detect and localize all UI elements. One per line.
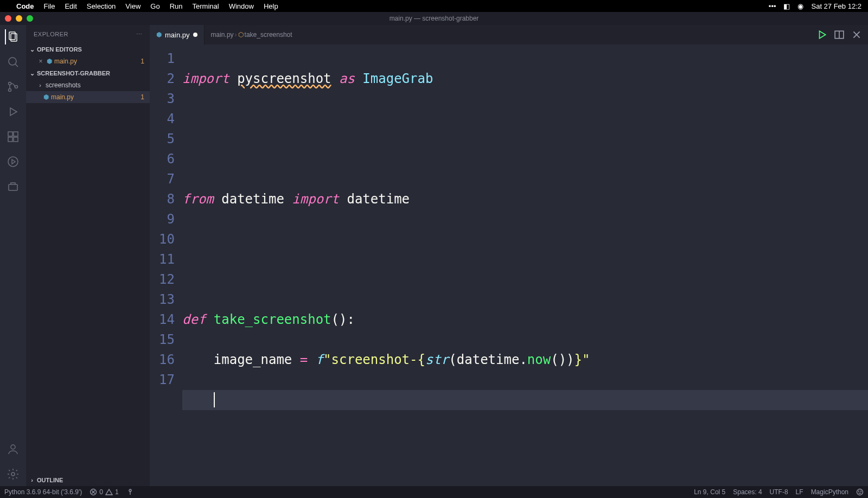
svg-point-15 bbox=[11, 445, 15, 449]
svg-rect-0 bbox=[9, 32, 15, 40]
tab-bar: ⬢ main.py main.py › ⬡ take_screenshot bbox=[150, 25, 868, 44]
activity-bar bbox=[0, 25, 26, 486]
svg-point-4 bbox=[9, 82, 11, 85]
menubar-datetime[interactable]: Sat 27 Feb 12:2 bbox=[811, 2, 861, 10]
folder-item[interactable]: › screenshots bbox=[26, 79, 150, 91]
language-mode[interactable]: MagicPython bbox=[811, 488, 848, 496]
split-editor-icon[interactable] bbox=[834, 30, 844, 40]
maximize-window-button[interactable] bbox=[27, 15, 33, 22]
traffic-lights bbox=[5, 15, 33, 22]
svg-rect-8 bbox=[8, 132, 12, 136]
open-editor-item[interactable]: × ⬢ main.py 1 bbox=[26, 55, 150, 67]
svg-rect-10 bbox=[8, 137, 12, 142]
python-interpreter[interactable]: Python 3.6.9 64-bit ('3.6.9') bbox=[4, 488, 82, 496]
problems-indicator[interactable]: 0 1 bbox=[90, 488, 118, 496]
menu-window[interactable]: Window bbox=[229, 2, 254, 10]
svg-point-16 bbox=[11, 473, 15, 476]
file-name: main.py bbox=[51, 93, 74, 101]
python-file-icon: ⬢ bbox=[156, 31, 162, 39]
modified-badge: 1 bbox=[141, 58, 150, 65]
chevron-right-icon: › bbox=[37, 82, 43, 88]
svg-line-3 bbox=[15, 64, 18, 67]
status-icon-2[interactable]: ◉ bbox=[797, 2, 803, 10]
breadcrumb-symbol: take_screenshot bbox=[245, 31, 292, 39]
minimize-window-button[interactable] bbox=[16, 15, 22, 22]
code-content[interactable]: import pyscreenshot as ImageGrab from da… bbox=[182, 44, 868, 486]
outline-label: OUTLINE bbox=[37, 477, 63, 483]
sidebar-more-icon[interactable]: ⋯ bbox=[136, 31, 143, 38]
svg-rect-1 bbox=[11, 34, 17, 41]
menu-go[interactable]: Go bbox=[150, 2, 159, 10]
folder-name: screenshots bbox=[46, 81, 81, 89]
menu-selection[interactable]: Selection bbox=[87, 2, 116, 10]
status-bar: Python 3.6.9 64-bit ('3.6.9') 0 1 Ln 9, … bbox=[0, 486, 868, 498]
close-window-button[interactable] bbox=[5, 15, 11, 22]
modified-badge: 1 bbox=[141, 93, 150, 101]
menu-help[interactable]: Help bbox=[264, 2, 278, 10]
open-editor-filename: main.py bbox=[54, 58, 77, 65]
svg-point-12 bbox=[8, 157, 18, 167]
indentation[interactable]: Spaces: 4 bbox=[733, 488, 762, 496]
menu-file[interactable]: File bbox=[44, 2, 55, 10]
window-titlebar: main.py — screenshot-grabber bbox=[0, 12, 868, 25]
svg-point-25 bbox=[129, 489, 131, 491]
svg-rect-11 bbox=[14, 137, 18, 142]
eol[interactable]: LF bbox=[796, 488, 803, 496]
modified-dot-icon bbox=[193, 33, 197, 37]
svg-marker-17 bbox=[820, 31, 826, 39]
svg-point-2 bbox=[9, 58, 16, 65]
tab-filename: main.py bbox=[165, 31, 190, 39]
svg-point-6 bbox=[15, 86, 18, 88]
outline-header[interactable]: › OUTLINE bbox=[26, 474, 150, 486]
breadcrumb-separator: › bbox=[235, 31, 237, 39]
menu-edit[interactable]: Edit bbox=[65, 2, 76, 10]
live-share-icon[interactable] bbox=[5, 154, 21, 169]
settings-icon[interactable] bbox=[5, 467, 21, 482]
menu-terminal[interactable]: Terminal bbox=[193, 2, 219, 10]
file-item[interactable]: ⬢ main.py 1 bbox=[26, 91, 150, 103]
code-editor[interactable]: 123 456 789 101112 131415 1617 import py… bbox=[150, 44, 868, 486]
close-icon[interactable]: × bbox=[37, 58, 44, 65]
breadcrumb-file: main.py bbox=[211, 31, 234, 39]
docker-icon[interactable] bbox=[5, 179, 21, 194]
run-debug-icon[interactable] bbox=[5, 104, 21, 119]
python-file-icon: ⬢ bbox=[47, 58, 52, 65]
svg-marker-7 bbox=[10, 108, 17, 116]
svg-rect-9 bbox=[14, 132, 18, 136]
cursor-position[interactable]: Ln 9, Col 5 bbox=[694, 488, 725, 496]
python-file-icon: ⬢ bbox=[43, 93, 49, 101]
menu-run[interactable]: Run bbox=[170, 2, 183, 10]
svg-point-26 bbox=[857, 489, 863, 495]
live-server-icon[interactable] bbox=[126, 488, 134, 496]
accounts-icon[interactable] bbox=[5, 442, 21, 457]
status-icon-1[interactable]: ◧ bbox=[783, 2, 790, 10]
sidebar-title: EXPLORER bbox=[34, 31, 68, 37]
open-editors-header[interactable]: ⌄ OPEN EDITORS bbox=[26, 43, 150, 55]
editor-tab[interactable]: ⬢ main.py bbox=[150, 25, 205, 44]
source-control-icon[interactable] bbox=[5, 79, 21, 94]
breadcrumb[interactable]: main.py › ⬡ take_screenshot bbox=[205, 25, 810, 44]
chevron-right-icon: › bbox=[28, 477, 36, 483]
menu-view[interactable]: View bbox=[125, 2, 141, 10]
explorer-icon[interactable] bbox=[5, 29, 20, 44]
run-button[interactable] bbox=[817, 30, 827, 40]
extensions-icon[interactable] bbox=[5, 129, 21, 144]
svg-point-28 bbox=[861, 491, 861, 491]
project-header[interactable]: ⌄ SCREENSHOT-GRABBER bbox=[26, 67, 150, 79]
svg-marker-13 bbox=[12, 159, 15, 164]
encoding[interactable]: UTF-8 bbox=[770, 488, 788, 496]
open-editors-label: OPEN EDITORS bbox=[37, 46, 82, 53]
chevron-down-icon: ⌄ bbox=[28, 70, 36, 77]
explorer-sidebar: EXPLORER ⋯ ⌄ OPEN EDITORS × ⬢ main.py 1 … bbox=[26, 25, 150, 486]
close-tab-icon[interactable] bbox=[852, 30, 861, 40]
search-icon[interactable] bbox=[5, 54, 21, 69]
feedback-icon[interactable] bbox=[856, 488, 864, 496]
svg-point-27 bbox=[859, 491, 859, 491]
symbol-icon: ⬡ bbox=[238, 31, 244, 39]
text-cursor bbox=[214, 392, 215, 407]
menu-code[interactable]: Code bbox=[16, 2, 34, 10]
macos-menubar: Code File Edit Selection View Go Run Ter… bbox=[0, 0, 868, 12]
svg-rect-14 bbox=[9, 184, 17, 190]
window-title: main.py — screenshot-grabber bbox=[4, 15, 864, 22]
overflow-icon[interactable]: ••• bbox=[769, 2, 776, 10]
